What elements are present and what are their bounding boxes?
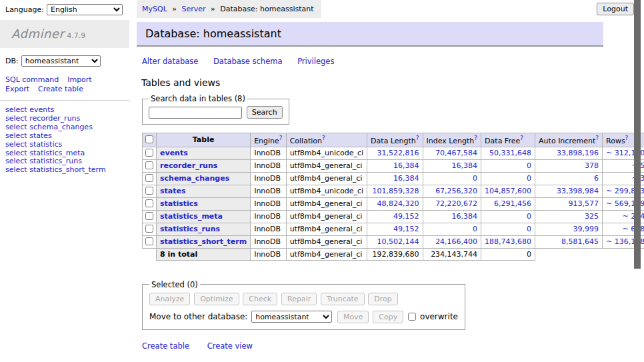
sidebar-item-select-states[interactable]: select states [5, 132, 129, 141]
table-total-row: 8 in total InnoDB utf8mb4_general_ci 192… [143, 248, 644, 260]
table-link-statistics-short-term[interactable]: statistics_short_term [160, 237, 247, 246]
breadcrumb-link-server[interactable]: Server [182, 5, 206, 13]
breadcrumb-separator: » [211, 5, 215, 13]
auto-increment-cell: 325 [535, 210, 603, 223]
table-row: statistics InnoDB utf8mb4_general_ci 48,… [143, 197, 644, 210]
sidebar-link-export[interactable]: Export [5, 85, 29, 93]
sidebar-item-select-recorder-runs[interactable]: select recorder_runs [5, 115, 129, 123]
repair-button[interactable]: Repair [281, 293, 317, 305]
analyze-button[interactable]: Analyze [149, 293, 190, 305]
database-schema-link[interactable]: Database schema [213, 57, 282, 66]
help-icon[interactable]: ? [279, 135, 283, 141]
auto-increment-cell: 6 [535, 172, 603, 185]
db-selector-row: DB:homeassistant [0, 48, 129, 69]
app-name: Adminer [11, 27, 64, 41]
select-all-checkbox[interactable] [145, 135, 153, 143]
engine-cell: InnoDB [251, 159, 286, 172]
row-checkbox[interactable] [145, 187, 153, 195]
index-length-cell: 72,220,672 [423, 197, 481, 210]
table-row: events InnoDB utf8mb4_unicode_ci 31,522,… [143, 147, 644, 159]
sidebar: Language:English Adminer4.7.9 DB:homeass… [0, 0, 129, 175]
privileges-link[interactable]: Privileges [297, 57, 334, 66]
auto-increment-cell: 913,577 [535, 197, 603, 210]
tables-and-views-heading: Tables and views [141, 77, 603, 88]
engine-cell: InnoDB [251, 172, 286, 185]
alter-database-link[interactable]: Alter database [142, 57, 198, 66]
table-link-schema-changes[interactable]: schema_changes [160, 174, 229, 183]
adminer-brand: Adminer4.7.9 [0, 20, 129, 48]
row-checkbox[interactable] [145, 225, 153, 233]
collation-cell: utf8mb4_general_ci [286, 210, 367, 223]
data-free-cell: 0 [481, 172, 535, 185]
create-view-link[interactable]: Create view [207, 341, 253, 351]
column-header-table: Table [157, 133, 251, 147]
data-free-cell: 0 [481, 159, 535, 172]
table-row: statistics_meta InnoDB utf8mb4_general_c… [143, 210, 644, 223]
data-free-cell: 0 [481, 210, 535, 223]
engine-cell: InnoDB [251, 223, 286, 235]
data-free-cell: 188,743,680 [481, 235, 535, 248]
collation-cell: utf8mb4_unicode_ci [286, 147, 367, 159]
collation-cell: utf8mb4_general_ci [286, 248, 367, 260]
search-legend: Search data in tables (8) [149, 94, 247, 103]
data-length-cell: 101,859,328 [367, 185, 423, 197]
move-db-select[interactable]: homeassistant [251, 311, 332, 323]
index-length-cell: 0 [423, 223, 481, 235]
truncate-button[interactable]: Truncate [321, 293, 364, 305]
app-version: 4.7.9 [67, 31, 85, 40]
search-input[interactable] [149, 107, 242, 119]
row-checkbox[interactable] [145, 161, 153, 169]
language-label: Language: [5, 5, 44, 14]
table-header-row: Table Engine? Collation? Data Length? In… [143, 133, 644, 147]
copy-button[interactable]: Copy [373, 311, 403, 323]
row-checkbox[interactable] [145, 149, 153, 157]
row-checkbox[interactable] [145, 212, 153, 220]
scrollbar[interactable] [634, 0, 641, 362]
table-link-statistics-meta[interactable]: statistics_meta [160, 212, 223, 221]
page-title: Database: homeassistant [137, 22, 603, 47]
sidebar-link-import[interactable]: Import [67, 75, 92, 84]
help-icon[interactable]: ? [520, 135, 523, 141]
auto-increment-cell: 8,581,645 [535, 235, 603, 248]
help-icon[interactable]: ? [474, 135, 477, 141]
overwrite-label[interactable]: overwrite [420, 312, 458, 321]
help-icon[interactable]: ? [595, 135, 599, 141]
move-button[interactable]: Move [337, 311, 369, 323]
auto-increment-cell: 33,398,984 [535, 185, 603, 197]
scrollbar-thumb[interactable] [634, 0, 641, 269]
overwrite-checkbox[interactable] [408, 313, 416, 321]
table-link-statistics[interactable]: statistics [160, 199, 198, 208]
search-button[interactable]: Search [247, 106, 283, 119]
optimize-button[interactable]: Optimize [194, 293, 239, 305]
db-select[interactable]: homeassistant [21, 55, 101, 67]
breadcrumb-link-mysql[interactable]: MySQL [142, 5, 167, 13]
language-select[interactable]: English [47, 4, 123, 15]
table-link-recorder-runs[interactable]: recorder_runs [160, 161, 217, 170]
table-link-events[interactable]: events [160, 149, 188, 157]
sidebar-link-create-table[interactable]: Create table [38, 85, 83, 93]
sidebar-item-select-statistics-short-term[interactable]: select statistics_short_term [5, 166, 129, 175]
row-checkbox[interactable] [145, 199, 153, 207]
row-checkbox[interactable] [145, 237, 153, 245]
sidebar-item-select-schema-changes[interactable]: select schema_changes [5, 123, 129, 132]
table-link-states[interactable]: states [160, 187, 186, 195]
sidebar-item-select-events[interactable]: select events [5, 106, 129, 115]
table-link-statistics-runs[interactable]: statistics_runs [160, 225, 220, 233]
row-checkbox[interactable] [145, 174, 153, 182]
auto-increment-cell: 39,999 [535, 223, 603, 235]
data-free-cell: 0 [481, 223, 535, 235]
sidebar-link-sql-command[interactable]: SQL command [5, 75, 59, 84]
data-free-cell: 6,291,456 [481, 197, 535, 210]
help-icon[interactable]: ? [625, 135, 629, 141]
selected-legend: Selected (0) [149, 280, 200, 289]
engine-cell: InnoDB [251, 248, 286, 260]
drop-button[interactable]: Drop [368, 293, 397, 305]
create-table-link[interactable]: Create table [142, 341, 189, 351]
engine-cell: InnoDB [251, 147, 286, 159]
sidebar-item-select-statistics[interactable]: select statistics [5, 141, 129, 149]
check-button[interactable]: Check [243, 293, 277, 305]
data-length-cell: 49,152 [367, 210, 423, 223]
help-icon[interactable]: ? [322, 135, 325, 141]
column-header-data-free: Data Free? [481, 133, 535, 147]
help-icon[interactable]: ? [416, 135, 419, 141]
